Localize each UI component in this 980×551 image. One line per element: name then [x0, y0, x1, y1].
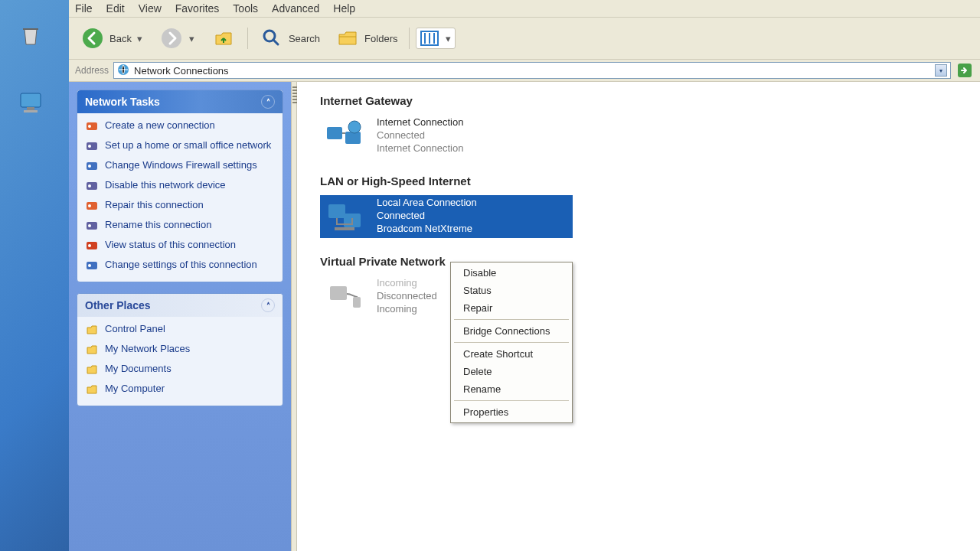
chevron-down-icon: ▾ [444, 33, 452, 44]
task-item[interactable]: Rename this connection [85, 219, 275, 233]
svg-point-14 [88, 165, 91, 168]
content-area[interactable]: Internet GatewayInternet ConnectionConne… [297, 82, 980, 551]
connection-status: Connected [377, 210, 477, 221]
connection-device: Internet Connection [377, 142, 463, 154]
task-item-label: Disable this network device [105, 179, 226, 191]
connection-icon [322, 116, 366, 156]
panel-body: Create a new connectionSet up a home or … [77, 113, 283, 282]
svg-rect-30 [335, 227, 354, 230]
go-button[interactable] [956, 62, 974, 79]
svg-point-16 [88, 184, 91, 187]
connection-status: Connected [377, 129, 463, 141]
task-icon [85, 139, 99, 153]
task-item-label: My Network Places [105, 343, 190, 355]
task-item[interactable]: Repair this connection [85, 199, 275, 213]
group-title: Internet Gateway [320, 94, 957, 107]
context-menu-item[interactable]: Delete [452, 363, 570, 380]
search-button[interactable]: Search [254, 22, 325, 54]
desktop-icons [15, 21, 46, 118]
task-item-label: Repair this connection [105, 199, 204, 211]
svg-point-27 [348, 121, 361, 133]
menu-edit[interactable]: Edit [106, 2, 125, 15]
my-computer-icon[interactable] [15, 87, 46, 118]
chevron-down-icon: ▾ [136, 33, 144, 44]
svg-point-4 [162, 28, 181, 48]
svg-rect-26 [345, 132, 361, 144]
network-connections-icon [117, 64, 129, 78]
task-item[interactable]: My Documents [85, 363, 275, 377]
svg-rect-1 [27, 107, 34, 110]
context-menu-item[interactable]: Rename [452, 380, 570, 398]
place-icon [85, 363, 99, 377]
task-item-label: Control Panel [105, 323, 165, 335]
recycle-bin-icon[interactable] [15, 21, 46, 52]
connection-device: Incoming [377, 303, 437, 315]
svg-point-24 [88, 264, 91, 267]
menu-favorites[interactable]: Favorites [175, 2, 220, 15]
menu-view[interactable]: View [139, 2, 162, 15]
context-menu-item[interactable]: Properties [452, 403, 570, 421]
svg-rect-31 [330, 286, 347, 300]
task-item-label: Change Windows Firewall settings [105, 159, 257, 171]
task-item[interactable]: Change settings of this connection [85, 259, 275, 272]
task-item[interactable]: Control Panel [85, 323, 275, 337]
context-menu: DisableStatusRepairBridge ConnectionsCre… [450, 262, 573, 423]
menu-help[interactable]: Help [333, 2, 355, 15]
task-item-label: Change settings of this connection [105, 259, 257, 271]
address-input[interactable]: Network Connections ▾ [113, 62, 951, 79]
svg-rect-2 [24, 110, 38, 112]
connection-status: Disconnected [377, 290, 437, 302]
task-item[interactable]: Change Windows Firewall settings [85, 159, 275, 173]
svg-rect-28 [328, 204, 345, 218]
task-item-label: Rename this connection [105, 219, 211, 231]
connection-item[interactable]: Local Area ConnectionConnectedBroadcom N… [320, 195, 573, 238]
task-item-label: Create a new connection [105, 119, 215, 132]
toolbar-separator [247, 28, 248, 49]
panel-body: Control PanelMy Network PlacesMy Documen… [77, 317, 283, 406]
task-item[interactable]: Set up a home or small office network [85, 139, 275, 153]
panel-title: Network Tasks [85, 96, 160, 108]
explorer-body: Network Tasks ˄ Create a new connectionS… [69, 82, 980, 551]
task-item[interactable]: My Computer [85, 383, 275, 396]
folders-button[interactable]: Folders [330, 22, 403, 54]
panel-header-other-places[interactable]: Other Places ˄ [77, 294, 283, 317]
svg-point-20 [88, 224, 91, 227]
context-menu-item[interactable]: Disable [452, 264, 570, 282]
task-item[interactable]: Create a new connection [85, 119, 275, 133]
svg-point-10 [88, 125, 91, 128]
task-item[interactable]: Disable this network device [85, 179, 275, 193]
connection-item[interactable]: Internet ConnectionConnectedInternet Con… [320, 115, 573, 158]
task-item-label: View status of this connection [105, 239, 236, 251]
menu-separator [454, 319, 569, 320]
task-icon [85, 159, 99, 173]
svg-rect-0 [21, 93, 41, 107]
panel-header-network-tasks[interactable]: Network Tasks ˄ [77, 90, 283, 113]
splitter[interactable] [291, 82, 297, 551]
address-value: Network Connections [134, 65, 229, 77]
views-button[interactable]: ▾ [416, 28, 456, 49]
svg-point-12 [88, 145, 91, 148]
task-icon [85, 119, 99, 133]
svg-rect-32 [353, 297, 361, 308]
toolbar-separator [409, 28, 410, 49]
task-icon [85, 179, 99, 193]
context-menu-item[interactable]: Create Shortcut [452, 345, 570, 363]
context-menu-item[interactable]: Status [452, 282, 570, 299]
task-item[interactable]: My Network Places [85, 343, 275, 357]
task-icon [85, 259, 99, 272]
forward-button[interactable]: ▾ [154, 22, 201, 54]
back-button[interactable]: Back ▾ [75, 22, 149, 54]
task-icon [85, 199, 99, 213]
up-button[interactable] [206, 22, 241, 54]
place-icon [85, 343, 99, 357]
address-dropdown-button[interactable]: ▾ [935, 64, 947, 77]
menu-tools[interactable]: Tools [233, 2, 258, 15]
context-menu-item[interactable]: Repair [452, 299, 570, 317]
menu-advanced[interactable]: Advanced [272, 2, 319, 15]
folders-label: Folders [364, 33, 397, 44]
task-item[interactable]: View status of this connection [85, 239, 275, 253]
context-menu-item[interactable]: Bridge Connections [452, 322, 570, 340]
folders-icon [335, 26, 360, 51]
menu-file[interactable]: File [75, 2, 93, 15]
svg-point-3 [83, 28, 103, 48]
